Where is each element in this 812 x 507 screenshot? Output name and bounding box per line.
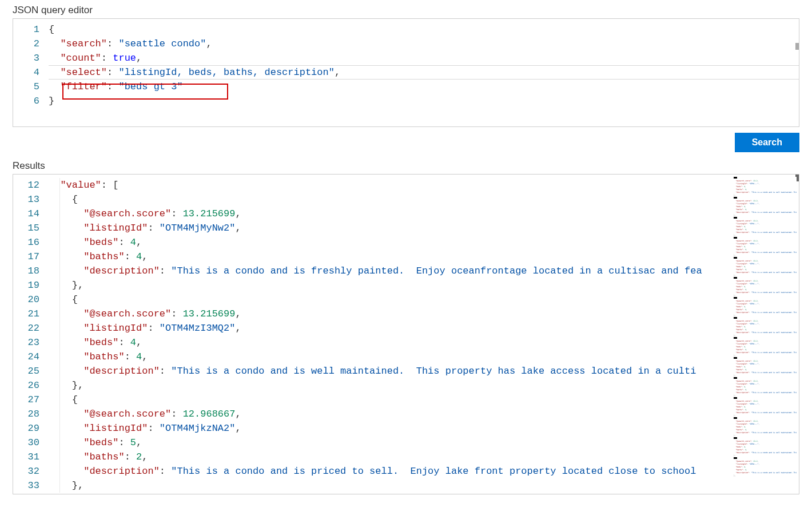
- line-gutter: 123456: [13, 19, 49, 126]
- editor-label: JSON query editor: [13, 5, 799, 16]
- line-gutter: 1213141516171819202122232425262728293031…: [13, 175, 49, 494]
- results-code-area[interactable]: 1213141516171819202122232425262728293031…: [13, 175, 733, 494]
- minimap[interactable]: "@search.score": 13.2, "listingId": "OTM…: [734, 177, 797, 494]
- code-lines[interactable]: { "search": "seattle condo", "count": tr…: [49, 19, 799, 126]
- code-lines[interactable]: "value": [ { "@search.score": 13.215699,…: [49, 175, 733, 494]
- search-button[interactable]: Search: [735, 133, 799, 152]
- json-query-editor[interactable]: 123456 { "search": "seattle condo", "cou…: [13, 18, 799, 127]
- results-label: Results: [13, 160, 799, 172]
- results-viewer[interactable]: 1213141516171819202122232425262728293031…: [13, 174, 799, 494]
- editor-code-area[interactable]: 123456 { "search": "seattle condo", "cou…: [13, 19, 799, 126]
